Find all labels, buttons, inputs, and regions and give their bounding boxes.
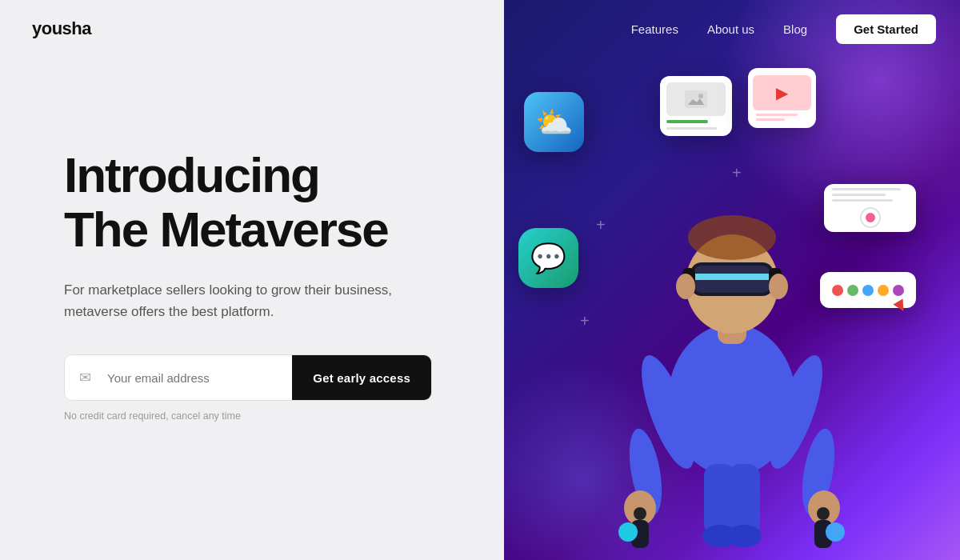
- weather-emoji: ⛅: [535, 105, 573, 140]
- cursor-arrow: [893, 298, 908, 314]
- vr-character: [596, 96, 868, 560]
- svg-point-28: [676, 274, 695, 299]
- svg-point-17: [618, 522, 638, 542]
- chat-emoji: 💬: [530, 242, 566, 275]
- right-panel: Features About us Blog Get Started + + +…: [504, 0, 960, 560]
- page-wrapper: yousha Introducing The Metaverse For mar…: [0, 0, 960, 560]
- email-icon: ✉: [65, 369, 101, 386]
- logo: yousha: [32, 18, 91, 39]
- chat-icon-card: 💬: [518, 228, 578, 288]
- svg-point-23: [826, 522, 845, 542]
- svg-point-22: [817, 507, 830, 520]
- hero-content: Introducing The Metaverse For marketplac…: [0, 58, 504, 560]
- email-form: ✉ Get early access: [64, 354, 432, 401]
- hero-subtitle: For marketplace sellers looking to grow …: [64, 279, 400, 322]
- svg-point-29: [769, 274, 788, 299]
- cta-button[interactable]: Get early access: [292, 354, 431, 401]
- svg-rect-9: [690, 274, 774, 280]
- weather-icon-card: ⛅: [524, 92, 584, 152]
- dot-purple: [893, 285, 904, 296]
- svg-point-16: [634, 507, 646, 520]
- svg-point-30: [688, 215, 776, 260]
- left-panel: yousha Introducing The Metaverse For mar…: [0, 0, 504, 560]
- navbar-left: yousha: [0, 0, 504, 58]
- svg-point-27: [726, 525, 762, 547]
- hero-title: Introducing The Metaverse: [64, 148, 440, 257]
- plus-sign-3: +: [580, 312, 590, 330]
- disclaimer: No credit card required, cancel any time: [64, 410, 440, 422]
- email-input[interactable]: [101, 371, 292, 385]
- dot-orange: [878, 285, 889, 296]
